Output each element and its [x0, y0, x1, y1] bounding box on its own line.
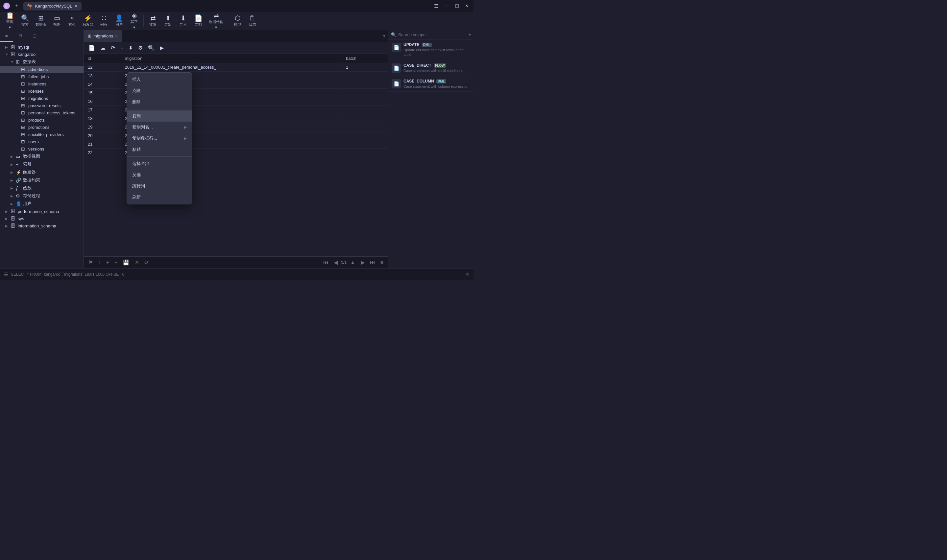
toolbar-view[interactable]: ▭ 视图 [50, 14, 64, 28]
tb-search-btn[interactable]: 🔍 [146, 43, 157, 52]
titlebar-tab-close[interactable]: × [74, 3, 78, 9]
ctx-item-0[interactable]: 插入 [127, 74, 192, 85]
tree-item-kangaroo[interactable]: ▼ 🗄 kangaroo [0, 51, 83, 58]
tree-item-instances[interactable]: ⊟ instances [0, 80, 83, 88]
tree-group-functions[interactable]: ▶ ƒ 函数 [0, 184, 83, 192]
page-prev-btn[interactable]: ◀ [332, 258, 340, 267]
page-menu-btn[interactable]: ≡ [379, 258, 385, 267]
tree-item-users[interactable]: ⊟ users [0, 138, 83, 145]
sidebar-tab-preview[interactable]: ◱ [27, 30, 42, 42]
tree-item-information-schema[interactable]: ▶ 🗄 information_schema [0, 222, 83, 229]
bottom-refresh2-btn[interactable]: ⟳ [142, 258, 151, 267]
other-dropdown[interactable]: ▾ [132, 25, 136, 29]
tab-migrations-close[interactable]: × [115, 34, 118, 39]
snippet-dropdown-btn[interactable]: ▾ [469, 32, 471, 37]
toolbar-query[interactable]: 📋 查询 ▾ [3, 11, 17, 31]
tree-item-products[interactable]: ⊟ products [0, 116, 83, 123]
sidebar-tab-list[interactable]: ≡ [0, 30, 13, 42]
tree-group-users-kangaroo[interactable]: ▶ 👤 用户 [0, 200, 83, 208]
page-last-btn[interactable]: ⏭ [368, 258, 377, 267]
table-row[interactable]: 12 2019_12_14_000001_create_personal_acc… [84, 63, 388, 72]
toolbar-user[interactable]: 👤 用户 [112, 14, 126, 28]
snippet-item[interactable]: 📄 CASE_COLUMN DML Case statementt with c… [388, 76, 473, 92]
tb-cloud-btn[interactable]: ☁ [98, 43, 108, 52]
minimize-button[interactable]: ─ [443, 2, 451, 10]
status-expand-btn[interactable]: ⊡ [466, 272, 470, 277]
bottom-save-btn[interactable]: 💾 [121, 258, 131, 267]
toolbar-export[interactable]: ⬆ 导出 [161, 14, 175, 28]
tree-item-failed-jobs[interactable]: ⊟ failed_jobs [0, 73, 83, 80]
ctx-item-4[interactable]: 复制列名... ▶ [127, 122, 192, 133]
toolbar-model[interactable]: ⬡ 模型 [230, 14, 245, 28]
toolbar-routine[interactable]: ∷ 例程 [97, 14, 111, 28]
status-toggle-btn[interactable]: ☰ [4, 272, 8, 277]
tree-item-migrations[interactable]: ⊟ migrations [0, 95, 83, 102]
query-dropdown[interactable]: ▾ [8, 25, 11, 29]
tab-dropdown[interactable]: ▾ [380, 34, 388, 38]
tb-settings-btn[interactable]: ⚙ [136, 43, 145, 52]
bottom-discard-btn[interactable]: ✕ [133, 258, 141, 267]
tree-item-advertises[interactable]: ⊟ advertises [0, 66, 83, 73]
toolbar-log[interactable]: 🗒 日志 [245, 14, 260, 28]
tree-group-views[interactable]: ▶ ▭ 数据视图 [0, 152, 83, 160]
snippet-item[interactable]: 📄 UPDATE DML Update columns of a exist r… [388, 40, 473, 60]
restore-button[interactable]: □ [453, 2, 461, 10]
sidebar-tab-grid[interactable]: ⊞ [13, 30, 27, 42]
ctx-item-5[interactable]: 复制数据行... ▶ [127, 133, 192, 144]
tree-item-sys[interactable]: ▶ 🗄 sys [0, 215, 83, 222]
tree-group-triggers[interactable]: ▶ ⚡ 触发器 [0, 168, 83, 176]
toolbar-other[interactable]: ◈ 其它 ▾ [127, 11, 142, 31]
datatransfer-dropdown[interactable]: ▾ [214, 25, 218, 29]
ctx-item-9[interactable]: 跳转到... [127, 180, 192, 192]
bottom-remove-btn[interactable]: − [112, 258, 119, 267]
ctx-item-10[interactable]: 刷新 [127, 192, 192, 203]
col-header-id[interactable]: id [84, 54, 121, 63]
tree-item-socialite-providers[interactable]: ⊟ socialite_providers [0, 131, 83, 138]
bottom-add-btn[interactable]: + [104, 258, 111, 267]
toolbar-doc[interactable]: 📄 文档 [191, 14, 205, 28]
page-next-btn[interactable]: ▶ [359, 258, 366, 267]
new-tab-button[interactable]: + [13, 2, 21, 10]
tree-item-licenses[interactable]: ⊟ licenses [0, 88, 83, 95]
page-first-btn[interactable]: ⏮ [321, 258, 331, 267]
toolbar-transfer-out[interactable]: ⇄ 转发 [146, 14, 160, 28]
toolbar-datatransfer[interactable]: ⇌ 数据传输 ▾ [206, 11, 226, 31]
ctx-item-2[interactable]: 删除 [127, 96, 192, 108]
toolbar-datatable[interactable]: ⊞ 数据表 [33, 14, 49, 28]
app-logo[interactable]: K [3, 2, 11, 10]
bottom-sort-btn[interactable]: ↕ [96, 258, 103, 267]
tree-group-constraints[interactable]: ▶ 🔗 数据约束 [0, 176, 83, 184]
snippet-item[interactable]: 📄 CASE_DIRECT FLOW Case statementt with … [388, 60, 473, 76]
tab-migrations[interactable]: ⊞ migrations × [84, 30, 122, 42]
ctx-item-8[interactable]: 反选 [127, 169, 192, 180]
tree-item-password-resets[interactable]: ⊟ password_resets [0, 102, 83, 109]
tree-item-versions[interactable]: ⊟ versions [0, 145, 83, 152]
tree-group-indexes[interactable]: ▶ ⌖ 索引 [0, 160, 83, 168]
ctx-item-1[interactable]: 克隆 [127, 85, 192, 96]
toolbar-import[interactable]: ⬇ 导入 [176, 14, 190, 28]
tree-group-procedures[interactable]: ▶ ⚙ 存储过程 [0, 192, 83, 200]
tb-run-btn[interactable]: ▶ [158, 43, 166, 52]
close-button[interactable]: × [463, 2, 471, 10]
menu-button[interactable]: ☰ [431, 2, 441, 10]
ctx-item-3[interactable]: 复制 [127, 111, 192, 122]
page-up-btn[interactable]: ▲ [348, 258, 357, 267]
tb-download-btn[interactable]: ⬇ [126, 43, 135, 52]
tb-new-btn[interactable]: 📄 [86, 43, 97, 52]
toolbar-trigger[interactable]: ⚡ 触发器 [80, 14, 96, 28]
toolbar-search[interactable]: 🔍 搜索 [18, 14, 32, 28]
toolbar-index[interactable]: ⌖ 索引 [65, 14, 79, 28]
tree-item-personal-access-tokens[interactable]: ⊟ personal_access_tokens [0, 109, 83, 116]
tree-item-performance-schema[interactable]: ▶ 🗄 performance_schema [0, 208, 83, 215]
tree-item-mysql[interactable]: ▶ 🗄 mysql [0, 43, 83, 51]
snippet-search-input[interactable] [398, 32, 467, 37]
col-header-migration[interactable]: migration [121, 54, 342, 63]
tb-refresh-btn[interactable]: ⟳ [109, 43, 117, 52]
tree-item-promotions[interactable]: ⊟ promotions [0, 123, 83, 131]
tree-group-tables[interactable]: ▼ ⊞ 数据表 [0, 58, 83, 66]
bottom-filter-btn[interactable]: ⚑ [86, 258, 95, 267]
ctx-item-7[interactable]: 选择全部 [127, 158, 192, 169]
ctx-item-6[interactable]: 粘贴 [127, 144, 192, 155]
tb-list-btn[interactable]: ≡ [119, 44, 125, 52]
col-header-batch[interactable]: batch [342, 54, 388, 63]
